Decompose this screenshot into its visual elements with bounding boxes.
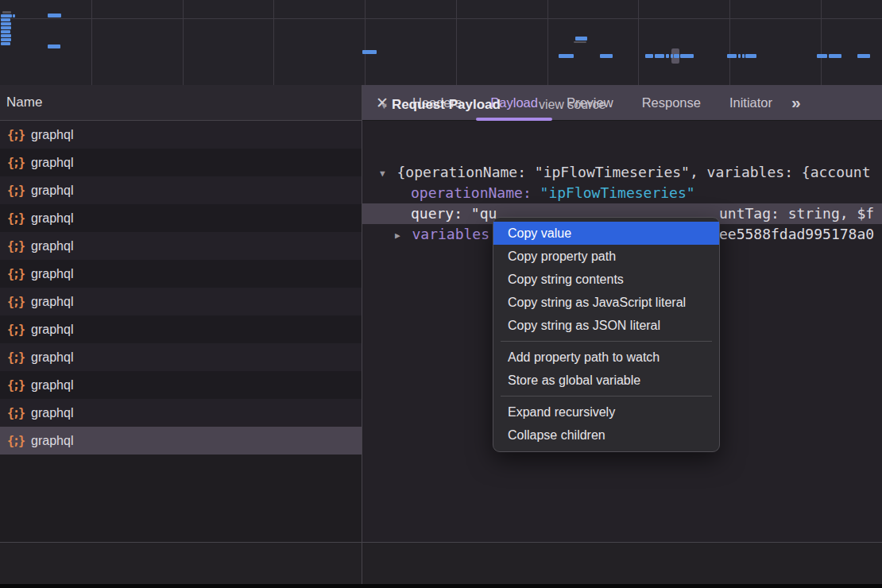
overview-request-bar bbox=[829, 54, 841, 58]
more-tabs-icon[interactable]: » bbox=[791, 93, 799, 112]
operation-name-row[interactable]: operationName: "ipFlowTimeseries" bbox=[362, 183, 882, 203]
overview-request-bar bbox=[575, 37, 587, 41]
property-key: variables bbox=[412, 226, 489, 242]
json-braces-icon: {;} bbox=[7, 434, 24, 448]
request-row[interactable]: {;}graphql bbox=[0, 204, 362, 232]
request-row[interactable]: {;}graphql bbox=[0, 149, 362, 176]
request-row[interactable]: {;}graphql bbox=[0, 371, 362, 399]
panel-splitter[interactable] bbox=[362, 85, 362, 584]
request-row[interactable]: {;}graphql bbox=[0, 288, 362, 315]
menu-item-expand-recursively[interactable]: Expand recursively bbox=[493, 400, 719, 424]
json-braces-icon: {;} bbox=[7, 211, 24, 226]
menu-item-copy-string-as-json-literal[interactable]: Copy string as JSON literal bbox=[493, 314, 719, 337]
overview-gridline bbox=[729, 0, 730, 85]
menu-item-store-as-global-variable[interactable]: Store as global variable bbox=[493, 369, 719, 392]
request-payload-section-header[interactable]: ▼ Request Payload view source bbox=[362, 97, 605, 113]
request-row[interactable]: {;}graphql bbox=[0, 427, 362, 455]
overview-request-bar bbox=[671, 54, 673, 58]
overview-request-bar bbox=[559, 54, 574, 58]
collapse-triangle-icon: ▼ bbox=[380, 101, 389, 110]
overview-request-bar bbox=[1, 22, 11, 25]
property-key: operationName: bbox=[411, 184, 532, 201]
overview-request-bar bbox=[1, 18, 10, 21]
window-bottom-edge bbox=[0, 584, 882, 588]
request-list: {;}graphql{;}graphql{;}graphql{;}graphql… bbox=[0, 121, 362, 455]
menu-divider bbox=[501, 341, 712, 342]
overview-gridline bbox=[365, 0, 366, 85]
overview-request-bar bbox=[1, 34, 11, 37]
query-text-right: untTag: string, $f bbox=[719, 203, 874, 224]
footer-area bbox=[0, 543, 882, 584]
request-name-label: graphql bbox=[31, 184, 73, 198]
name-column-label: Name bbox=[6, 95, 42, 110]
overview-request-bar bbox=[674, 54, 679, 58]
menu-divider bbox=[501, 396, 712, 397]
menu-item-copy-string-as-javascript-literal[interactable]: Copy string as JavaScript literal bbox=[493, 291, 719, 314]
menu-item-copy-value[interactable]: Copy value bbox=[493, 222, 719, 245]
menu-item-copy-property-path[interactable]: Copy property path bbox=[493, 245, 719, 268]
request-name-label: graphql bbox=[31, 323, 73, 337]
overview-request-bar bbox=[1, 42, 10, 45]
overview-request-bar bbox=[362, 50, 377, 54]
network-overview[interactable] bbox=[0, 0, 882, 87]
overview-request-bar bbox=[645, 54, 653, 58]
json-braces-icon: {;} bbox=[7, 378, 24, 393]
json-braces-icon: {;} bbox=[7, 239, 24, 253]
request-name-label: graphql bbox=[31, 156, 73, 170]
overview-request-bar bbox=[680, 54, 694, 58]
property-value: "ipFlowTimeseries" bbox=[540, 184, 695, 201]
overview-gridline bbox=[91, 0, 92, 85]
query-text-left: query: "qu bbox=[411, 205, 497, 222]
request-name-label: graphql bbox=[31, 434, 73, 448]
request-payload-title: Request Payload bbox=[392, 97, 501, 113]
json-braces-icon: {;} bbox=[7, 184, 24, 198]
request-row[interactable]: {;}graphql bbox=[0, 399, 362, 427]
overview-request-bar bbox=[600, 54, 613, 58]
bottom-divider bbox=[0, 542, 882, 543]
overview-request-bar bbox=[13, 14, 15, 17]
overview-request-bar bbox=[1, 26, 11, 29]
json-braces-icon: {;} bbox=[7, 128, 24, 142]
name-column-header[interactable]: Name bbox=[0, 85, 362, 121]
overview-request-bar bbox=[857, 54, 870, 58]
json-braces-icon: {;} bbox=[7, 295, 24, 309]
request-row[interactable]: {;}graphql bbox=[0, 232, 362, 260]
request-row[interactable]: {;}graphql bbox=[0, 121, 362, 149]
overview-request-bar bbox=[655, 54, 664, 58]
request-row[interactable]: {;}graphql bbox=[0, 176, 362, 204]
overview-request-bar bbox=[1, 14, 12, 17]
json-braces-icon: {;} bbox=[7, 350, 24, 365]
request-name-label: graphql bbox=[31, 378, 73, 393]
overview-gridline bbox=[273, 0, 274, 85]
payload-root-preview: {operationName: "ipFlowTimeseries", vari… bbox=[397, 164, 870, 180]
json-braces-icon: {;} bbox=[7, 156, 24, 170]
request-row[interactable]: {;}graphql bbox=[0, 260, 362, 288]
overview-request-bar bbox=[817, 54, 827, 58]
collapse-triangle-icon[interactable]: ▼ bbox=[380, 168, 385, 179]
overview-gridline bbox=[456, 0, 457, 85]
payload-root-row[interactable]: ▼ {operationName: "ipFlowTimeseries", va… bbox=[362, 162, 882, 183]
overview-request-bar bbox=[745, 54, 756, 58]
request-name-label: graphql bbox=[31, 239, 73, 253]
overview-request-bar bbox=[742, 54, 745, 58]
menu-item-collapse-children[interactable]: Collapse children bbox=[493, 424, 719, 447]
request-row[interactable]: {;}graphql bbox=[0, 315, 362, 343]
overview-request-bar bbox=[48, 44, 60, 48]
view-source-link[interactable]: view source bbox=[539, 98, 605, 112]
overview-request-bar bbox=[1, 30, 10, 33]
request-name-label: graphql bbox=[31, 267, 73, 281]
expand-triangle-icon[interactable]: ▶ bbox=[395, 230, 400, 241]
overview-request-bar bbox=[727, 54, 737, 58]
overview-request-bar bbox=[48, 14, 61, 17]
request-name-label: graphql bbox=[31, 128, 73, 142]
overview-gray-mark bbox=[2, 11, 11, 14]
menu-item-add-property-path-to-watch[interactable]: Add property path to watch bbox=[493, 346, 719, 369]
overview-gridline bbox=[183, 0, 184, 85]
menu-item-copy-string-contents[interactable]: Copy string contents bbox=[493, 268, 719, 291]
tab-initiator[interactable]: Initiator bbox=[715, 85, 787, 121]
overview-gray-mark bbox=[574, 41, 586, 43]
overview-gridline bbox=[821, 0, 822, 85]
request-row[interactable]: {;}graphql bbox=[0, 343, 362, 371]
overview-request-bar bbox=[1, 38, 11, 41]
tab-response[interactable]: Response bbox=[628, 85, 715, 121]
